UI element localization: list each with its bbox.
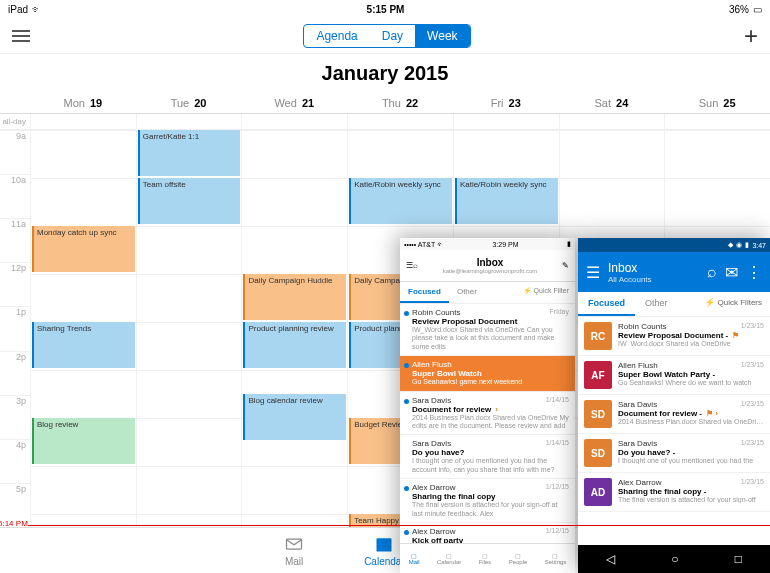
day-header[interactable]: Thu 22 (347, 93, 453, 113)
svg-rect-1 (377, 538, 392, 551)
iphone-tab-calendar[interactable]: ▢Calendar (437, 552, 461, 565)
day-header[interactable]: Wed 21 (241, 93, 347, 113)
unread-dot (404, 363, 409, 368)
calendar-event[interactable]: Product planning review (243, 322, 346, 368)
tab-day[interactable]: Day (370, 25, 415, 47)
day-header[interactable]: Mon 19 (30, 93, 136, 113)
menu-icon[interactable]: ☰ (586, 263, 600, 282)
hour-label: 4p (0, 439, 30, 483)
add-event-button[interactable]: + (744, 22, 758, 50)
menu-icon[interactable]: ☰ (406, 261, 413, 270)
hour-label: 10a (0, 174, 30, 218)
current-time-indicator (0, 525, 770, 526)
month-title: January 2015 (0, 54, 770, 93)
day-header[interactable]: Fri 23 (453, 93, 559, 113)
tab-week[interactable]: Week (415, 25, 469, 47)
android-status-bar: ◆◉▮3:47 (578, 238, 770, 252)
iphone-tab-settings[interactable]: ▢Settings (545, 552, 567, 565)
day-header[interactable]: Sat 24 (559, 93, 665, 113)
unread-dot (404, 486, 409, 491)
calendar-event[interactable]: Katie/Robin weekly sync (349, 178, 452, 224)
day-header[interactable]: Tue 20 (136, 93, 242, 113)
tab-mail[interactable]: Mail (284, 534, 304, 567)
iphone-title: Inbox (418, 257, 562, 268)
hour-labels: 9a10a11a12p1p2p3p4p5p (0, 130, 30, 527)
allday-row: all-day (0, 114, 770, 130)
calendar-event[interactable]: Monday catch up sync (32, 226, 135, 272)
day-headers: Mon 19Tue 20Wed 21Thu 22Fri 23Sat 24Sun … (0, 93, 770, 114)
status-time: 5:15 PM (367, 4, 405, 15)
unread-dot (404, 399, 409, 404)
battery-pct: 36% (729, 4, 749, 15)
android-subtitle: All Accounts (608, 275, 699, 284)
iphone-tab-mail[interactable]: ▢Mail (409, 552, 420, 565)
calendar-event[interactable]: Blog calendar review (243, 394, 346, 440)
menu-button[interactable] (12, 30, 30, 42)
day-column[interactable]: Monday catch up syncSharing TrendsBlog r… (30, 130, 136, 527)
iphone-status-bar: ••••• AT&T ᯤ 3:29 PM▮ (400, 238, 575, 250)
unread-dot (404, 311, 409, 316)
message-item[interactable]: Sara Davis1/14/15Do you have?I thought o… (400, 435, 575, 479)
svg-rect-0 (287, 539, 302, 549)
view-segmented-control: Agenda Day Week (303, 24, 470, 48)
calendar-event[interactable]: Garret/Katie 1:1 (138, 130, 241, 176)
hour-label: 1p (0, 306, 30, 350)
day-column[interactable]: Garret/Katie 1:1Team offsite (136, 130, 242, 527)
tab-other[interactable]: Other (449, 282, 485, 303)
iphone-mail-app: ••••• AT&T ᯤ 3:29 PM▮ ☰ ⌕ Inboxkatie@lea… (400, 238, 575, 573)
message-item[interactable]: Sara Davis1/14/15Document for review ›20… (400, 392, 575, 436)
quick-filters-button[interactable]: ⚡ Quick Filters (697, 292, 770, 316)
wifi-icon: ᯤ (32, 4, 42, 15)
hour-label: 9a (0, 130, 30, 174)
avatar: SD (584, 439, 612, 467)
tab-other[interactable]: Other (635, 292, 678, 316)
iphone-tab-people[interactable]: ▢People (509, 552, 528, 565)
android-message-list[interactable]: RCRobin Counts1/23/15Review Proposal Doc… (578, 317, 770, 545)
tab-focused[interactable]: Focused (400, 282, 449, 303)
message-item[interactable]: Allen FlushSuper Bowl WatchGo Seahawks! … (400, 356, 575, 391)
overflow-icon[interactable]: ⋮ (746, 263, 762, 282)
calendar-event[interactable]: Team offsite (138, 178, 241, 224)
avatar: SD (584, 400, 612, 428)
quick-filter-button[interactable]: ⚡ Quick Filter (517, 282, 575, 303)
unread-dot (404, 530, 409, 535)
iphone-subtitle: katie@learningtogrownonprofit.com (418, 268, 562, 274)
top-toolbar: Agenda Day Week + (0, 18, 770, 54)
day-header[interactable]: Sun 25 (664, 93, 770, 113)
message-item[interactable]: AFAllen Flush1/23/15Super Bowl Watch Par… (578, 356, 770, 395)
android-nav-bar: ◁ ○ □ (578, 545, 770, 573)
message-item[interactable]: SDSara Davis1/23/15Document for review -… (578, 395, 770, 434)
message-item[interactable]: ADAlex Darrow1/23/15Sharing the final co… (578, 473, 770, 512)
day-column[interactable]: Daily Campaign HuddleProduct planning re… (241, 130, 347, 527)
message-item[interactable]: SDSara Davis1/23/15Do you have? - I thou… (578, 434, 770, 473)
message-item[interactable]: RCRobin Counts1/23/15Review Proposal Doc… (578, 317, 770, 356)
tab-focused[interactable]: Focused (578, 292, 635, 316)
tab-agenda[interactable]: Agenda (304, 25, 369, 47)
calendar-event[interactable]: Blog review (32, 418, 135, 464)
message-item[interactable]: Alex Darrow1/12/15Sharing the final copy… (400, 479, 575, 523)
android-mail-app: ◆◉▮3:47 ☰ InboxAll Accounts ⌕ ✉ ⋮ Focuse… (578, 238, 770, 573)
android-header: ☰ InboxAll Accounts ⌕ ✉ ⋮ (578, 252, 770, 292)
iphone-message-list[interactable]: Robin CountsFridayReview Proposal Docume… (400, 304, 575, 543)
calendar-event[interactable]: Katie/Robin weekly sync (455, 178, 558, 224)
home-button[interactable]: ○ (671, 552, 678, 566)
allday-label: all-day (0, 114, 30, 129)
device-label: iPad (8, 4, 28, 15)
compose-icon[interactable]: ✉ (725, 263, 738, 282)
battery-icon: ▭ (753, 4, 762, 15)
calendar-event[interactable]: Daily Campaign Huddle (243, 274, 346, 320)
recents-button[interactable]: □ (735, 552, 742, 566)
compose-icon[interactable]: ✎ (562, 261, 569, 270)
iphone-tab-files[interactable]: ▢Files (479, 552, 492, 565)
avatar: AD (584, 478, 612, 506)
message-item[interactable]: Robin CountsFridayReview Proposal Docume… (400, 304, 575, 356)
hour-label: 2p (0, 351, 30, 395)
back-button[interactable]: ◁ (606, 552, 615, 566)
calendar-event[interactable]: Sharing Trends (32, 322, 135, 368)
status-bar: iPadᯤ 5:15 PM 36%▭ (0, 0, 770, 18)
search-icon[interactable]: ⌕ (707, 263, 717, 281)
hour-label: 12p (0, 262, 30, 306)
tab-calendar[interactable]: Calendar (364, 534, 405, 567)
iphone-tabbar: ▢Mail▢Calendar▢Files▢People▢Settings (400, 543, 575, 573)
android-title: Inbox (608, 261, 699, 275)
